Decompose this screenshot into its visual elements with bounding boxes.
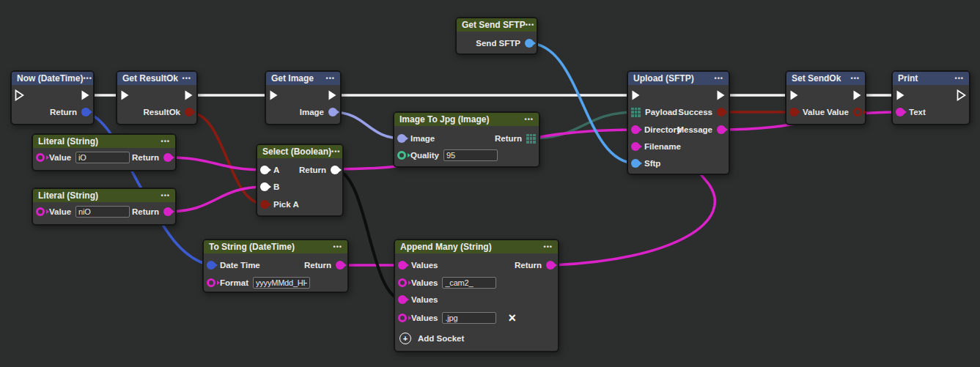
pin-filename-input[interactable] bbox=[631, 142, 640, 151]
node-image-to-jpg[interactable]: Image To Jpg (Image)•••ImageReturnQualit… bbox=[393, 111, 540, 168]
node-title-bar[interactable]: Select (Boolean)••• bbox=[257, 145, 342, 158]
node-title-bar[interactable]: Literal (String)••• bbox=[33, 189, 175, 202]
menu-icon[interactable]: ••• bbox=[526, 22, 534, 29]
pin-return-output[interactable] bbox=[546, 261, 555, 270]
value-field[interactable] bbox=[75, 206, 130, 218]
pin-return-output[interactable] bbox=[163, 153, 172, 162]
pin-return-output[interactable] bbox=[336, 261, 345, 270]
wire-imagetojpg-return--upload-payload[interactable] bbox=[531, 112, 636, 138]
node-editor-canvas[interactable]: Now (DateTime)•••ReturnGet ResultOk•••Re… bbox=[0, 0, 980, 367]
pin-values-input[interactable] bbox=[398, 278, 407, 287]
exec-in-pin[interactable] bbox=[269, 89, 279, 101]
menu-icon[interactable]: ••• bbox=[955, 75, 964, 82]
value-field[interactable] bbox=[442, 277, 496, 289]
pin-date-time-input[interactable] bbox=[207, 261, 215, 270]
node-title-bar[interactable]: Append Many (String)••• bbox=[395, 240, 558, 253]
pin-format-input[interactable] bbox=[207, 278, 215, 287]
node-title-bar[interactable]: Literal (String)••• bbox=[33, 135, 175, 148]
pin-payload-input[interactable] bbox=[631, 108, 641, 117]
wire-get-image-image--imagetojpg-image[interactable] bbox=[332, 112, 402, 138]
exec-out-pin[interactable] bbox=[957, 89, 966, 101]
pin-send-sftp-output[interactable] bbox=[525, 39, 534, 48]
node-upload-sftp[interactable]: Upload (SFTP)•••PayloadSuccessDirectoryM… bbox=[627, 70, 730, 175]
exec-out-pin[interactable] bbox=[184, 89, 194, 101]
exec-in-pin[interactable] bbox=[15, 89, 24, 101]
value-field[interactable] bbox=[442, 312, 496, 324]
node-print[interactable]: Print•••Text bbox=[891, 70, 970, 125]
pin-message-output[interactable] bbox=[717, 125, 726, 134]
pin-return-output[interactable] bbox=[526, 134, 536, 144]
exec-in-pin[interactable] bbox=[631, 89, 641, 101]
value-field[interactable] bbox=[253, 277, 310, 289]
pin-image-input[interactable] bbox=[397, 134, 406, 143]
node-get-image[interactable]: Get Image•••Image bbox=[265, 70, 342, 125]
value-field[interactable] bbox=[75, 152, 130, 163]
pin-return-output[interactable] bbox=[163, 207, 172, 216]
pin-directory-input[interactable] bbox=[631, 125, 640, 134]
node-title-bar[interactable]: Image To Jpg (Image)••• bbox=[394, 113, 539, 126]
pin-value-input[interactable] bbox=[36, 153, 45, 162]
pin-value-output[interactable] bbox=[853, 108, 862, 116]
pin-nub bbox=[344, 263, 347, 267]
menu-icon[interactable]: ••• bbox=[161, 193, 170, 199]
delete-socket-icon[interactable]: × bbox=[508, 313, 516, 323]
exec-in-pin[interactable] bbox=[896, 89, 905, 101]
exec-out-pin[interactable] bbox=[716, 89, 726, 101]
node-title-bar[interactable]: Get Image••• bbox=[266, 72, 340, 85]
exec-out-pin[interactable] bbox=[81, 89, 90, 101]
node-title-bar[interactable]: To String (DateTime)••• bbox=[204, 240, 347, 253]
menu-icon[interactable]: ••• bbox=[715, 75, 723, 82]
wire-get-resultok-resultok--select-picka[interactable] bbox=[188, 112, 265, 204]
node-title-bar[interactable]: Upload (SFTP)••• bbox=[628, 72, 729, 85]
exec-in-pin[interactable] bbox=[120, 89, 130, 101]
menu-icon[interactable]: ••• bbox=[183, 75, 191, 82]
pin-text-input[interactable] bbox=[896, 108, 905, 116]
pin-success-output[interactable] bbox=[717, 108, 726, 116]
pin-values-input[interactable] bbox=[398, 295, 407, 304]
pin-pick-a-input[interactable] bbox=[260, 200, 269, 209]
node-title-bar[interactable]: Set SendOk••• bbox=[786, 72, 865, 85]
wire-get-send-sftp--upload-sftp[interactable] bbox=[528, 43, 636, 163]
node-select[interactable]: Select (Boolean)•••AReturnBPick A bbox=[256, 144, 344, 217]
pin-return-output[interactable] bbox=[81, 108, 90, 116]
node-literal-io[interactable]: Literal (String)•••ValueReturn bbox=[32, 133, 177, 171]
node-set-sendok[interactable]: Set SendOk•••ValueValue bbox=[785, 70, 866, 125]
wire-literal-io-return--select-a[interactable] bbox=[167, 157, 265, 170]
node-title-bar[interactable]: Get Send SFTP••• bbox=[457, 18, 537, 31]
exec-out-pin[interactable] bbox=[852, 89, 862, 101]
pin-nub bbox=[89, 110, 92, 114]
pin-sftp-input[interactable] bbox=[631, 159, 640, 168]
input-label: Format bbox=[220, 278, 248, 287]
pin-resultok-output[interactable] bbox=[185, 108, 194, 116]
menu-icon[interactable]: ••• bbox=[525, 116, 534, 123]
node-literal-nio[interactable]: Literal (String)•••ValueReturn bbox=[32, 188, 177, 226]
menu-icon[interactable]: ••• bbox=[334, 244, 342, 251]
menu-icon[interactable]: ••• bbox=[326, 75, 335, 82]
pin-image-output[interactable] bbox=[328, 108, 337, 116]
pin-values-input[interactable] bbox=[398, 261, 407, 270]
pin-return-output[interactable] bbox=[331, 166, 339, 174]
exec-in-pin[interactable] bbox=[789, 89, 799, 101]
pin-value-input[interactable] bbox=[789, 108, 798, 116]
menu-icon[interactable]: ••• bbox=[331, 149, 340, 155]
pin-quality-input[interactable] bbox=[397, 151, 406, 160]
pin-values-input[interactable] bbox=[398, 314, 407, 322]
value-field[interactable] bbox=[443, 149, 498, 161]
node-get-send-sftp[interactable]: Get Send SFTP•••Send SFTP bbox=[455, 17, 538, 55]
node-now[interactable]: Now (DateTime)•••Return bbox=[10, 70, 95, 125]
node-get-resultok[interactable]: Get ResultOk•••ResultOk bbox=[116, 70, 198, 125]
node-title-bar[interactable]: Print••• bbox=[893, 72, 969, 85]
pin-value-input[interactable] bbox=[36, 207, 45, 216]
menu-icon[interactable]: ••• bbox=[544, 244, 553, 251]
node-title-bar[interactable]: Now (DateTime)••• bbox=[12, 72, 93, 85]
exec-out-pin[interactable] bbox=[328, 89, 337, 101]
menu-icon[interactable]: ••• bbox=[851, 75, 860, 82]
pin-a-input[interactable] bbox=[260, 166, 269, 174]
node-title-bar[interactable]: Get ResultOk••• bbox=[117, 72, 196, 85]
node-to-string[interactable]: To String (DateTime)•••Date TimeReturnFo… bbox=[202, 239, 349, 293]
node-append-many[interactable]: Append Many (String)•••ValuesReturnValue… bbox=[394, 239, 559, 352]
pin-b-input[interactable] bbox=[260, 182, 269, 191]
add-socket-button[interactable]: +Add Socket bbox=[395, 333, 464, 344]
menu-icon[interactable]: ••• bbox=[83, 75, 92, 82]
menu-icon[interactable]: ••• bbox=[161, 138, 170, 145]
